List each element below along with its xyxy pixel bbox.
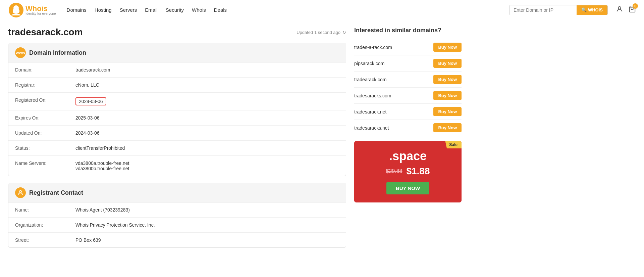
table-row: Updated On:2024-03-06 bbox=[8, 126, 346, 141]
table-row: Registrar:eNom, LLC bbox=[8, 78, 346, 93]
info-value: PO Box 639 bbox=[75, 237, 101, 243]
sale-old-price: $29.88 bbox=[386, 168, 402, 174]
domain-info-rows: Domain:tradesarack.comRegistrar:eNom, LL… bbox=[8, 62, 346, 176]
right-panel: Interested in similar domains? trades-a-… bbox=[354, 27, 462, 255]
refresh-icon[interactable]: ↻ bbox=[342, 30, 346, 35]
search-btn-label: WHOIS bbox=[588, 7, 603, 12]
similar-title: Interested in similar domains? bbox=[354, 27, 462, 34]
logo-sub: Identity for everyone bbox=[25, 12, 56, 15]
info-label: Updated On: bbox=[15, 130, 75, 136]
similar-domain-name: tradearack.com bbox=[354, 77, 386, 82]
cart-badge: 0 bbox=[633, 3, 638, 9]
table-row: Status:clientTransferProhibited bbox=[8, 141, 346, 156]
domain-info-header: www Domain Information bbox=[8, 43, 346, 62]
table-row: Street:PO Box 639 bbox=[8, 233, 346, 247]
buy-now-button[interactable]: Buy Now bbox=[433, 75, 462, 84]
user-icon[interactable] bbox=[616, 5, 623, 14]
table-row: Name Servers:vda3800a.trouble-free.net v… bbox=[8, 156, 346, 176]
list-item: trades-a-rack.comBuy Now bbox=[354, 39, 462, 55]
sale-banner: Sale .space $29.88 $1.88 BUY NOW bbox=[354, 141, 462, 202]
registrant-rows: Name:Whois Agent (703239283)Organization… bbox=[8, 202, 346, 247]
info-value: 2024-03-06 bbox=[75, 97, 106, 105]
info-label: Name Servers: bbox=[15, 160, 75, 166]
registrant-icon bbox=[15, 187, 26, 198]
buy-now-button[interactable]: Buy Now bbox=[433, 59, 462, 68]
search-area: 🔍 WHOIS 0 bbox=[509, 5, 636, 15]
info-label: Street: bbox=[15, 237, 75, 243]
info-label: Name: bbox=[15, 207, 75, 213]
info-label: Registered On: bbox=[15, 97, 75, 103]
sale-buy-button[interactable]: BUY NOW bbox=[386, 182, 429, 194]
list-item: tradesarack.netBuy Now bbox=[354, 104, 462, 120]
nav-email[interactable]: Email bbox=[145, 6, 158, 14]
info-value: tradesarack.com bbox=[75, 67, 110, 73]
info-label: Status: bbox=[15, 145, 75, 151]
info-value: Whois Agent (703239283) bbox=[75, 207, 130, 213]
similar-domain-name: tradesaracks.com bbox=[354, 93, 391, 98]
buy-now-button[interactable]: Buy Now bbox=[433, 123, 462, 132]
buy-now-button[interactable]: Buy Now bbox=[433, 107, 462, 116]
domain-title: tradesarack.com bbox=[8, 27, 83, 38]
table-row: Expires On:2025-03-06 bbox=[8, 110, 346, 126]
table-row: Organization:Whois Privacy Protection Se… bbox=[8, 218, 346, 233]
info-label: Organization: bbox=[15, 222, 75, 228]
domain-icon: www bbox=[15, 47, 26, 58]
info-value: vda3800a.trouble-free.net vda3800b.troub… bbox=[75, 160, 129, 171]
list-item: tradesaracks.netBuy Now bbox=[354, 120, 462, 136]
nav-hosting[interactable]: Hosting bbox=[95, 6, 112, 14]
domain-info-title: Domain Information bbox=[29, 49, 86, 56]
sale-price-row: $29.88 $1.88 bbox=[361, 166, 455, 177]
table-row: Registered On:2024-03-06 bbox=[8, 93, 346, 110]
main-content: tradesarack.com Updated 1 second ago ↻ w… bbox=[0, 20, 470, 261]
similar-domain-name: pipsarack.com bbox=[354, 61, 384, 66]
nav-whois[interactable]: Whois bbox=[192, 6, 206, 14]
similar-domain-name: trades-a-rack.com bbox=[354, 45, 392, 50]
header-icons: 0 bbox=[616, 5, 636, 14]
list-item: pipsarack.comBuy Now bbox=[354, 55, 462, 72]
svg-rect-2 bbox=[13, 9, 19, 13]
domain-title-row: tradesarack.com Updated 1 second ago ↻ bbox=[8, 27, 346, 38]
search-button[interactable]: 🔍 WHOIS bbox=[577, 5, 607, 15]
buy-now-button[interactable]: Buy Now bbox=[433, 91, 462, 100]
main-nav: Domains Hosting Servers Email Security W… bbox=[67, 6, 509, 14]
logo[interactable]: Whois Identity for everyone bbox=[8, 2, 56, 18]
updated-label: Updated 1 second ago ↻ bbox=[297, 30, 346, 35]
info-label: Domain: bbox=[15, 67, 75, 73]
registrant-card: Registrant Contact Name:Whois Agent (703… bbox=[8, 183, 346, 248]
similar-domains-list: trades-a-rack.comBuy Nowpipsarack.comBuy… bbox=[354, 39, 462, 136]
table-row: Name:Whois Agent (703239283) bbox=[8, 202, 346, 218]
updated-text: Updated 1 second ago bbox=[297, 30, 340, 35]
search-icon: 🔍 bbox=[581, 7, 587, 12]
search-box: 🔍 WHOIS bbox=[509, 5, 608, 15]
info-value: Whois Privacy Protection Service, Inc. bbox=[75, 222, 155, 228]
info-label: Registrar: bbox=[15, 82, 75, 88]
buy-now-button[interactable]: Buy Now bbox=[433, 43, 462, 52]
sale-badge: Sale bbox=[445, 141, 462, 148]
list-item: tradesaracks.comBuy Now bbox=[354, 88, 462, 104]
search-input[interactable] bbox=[509, 5, 577, 15]
nav-security[interactable]: Security bbox=[166, 6, 184, 14]
nav-servers[interactable]: Servers bbox=[120, 6, 137, 14]
sale-domain: .space bbox=[361, 149, 455, 163]
info-value: eNom, LLC bbox=[75, 82, 99, 88]
list-item: tradearack.comBuy Now bbox=[354, 72, 462, 88]
sale-new-price: $1.88 bbox=[406, 166, 430, 177]
nav-deals[interactable]: Deals bbox=[214, 6, 227, 14]
domain-info-card: www Domain Information Domain:tradesarac… bbox=[8, 43, 346, 176]
similar-domain-name: tradesaracks.net bbox=[354, 125, 389, 131]
svg-point-3 bbox=[618, 7, 621, 9]
info-value: 2024-03-06 bbox=[75, 130, 100, 136]
site-header: Whois Identity for everyone Domains Host… bbox=[0, 0, 644, 20]
info-value: 2025-03-06 bbox=[75, 115, 100, 121]
info-value: clientTransferProhibited bbox=[75, 145, 125, 151]
registrant-header: Registrant Contact bbox=[8, 183, 346, 202]
svg-point-5 bbox=[19, 190, 22, 193]
registrant-title: Registrant Contact bbox=[29, 189, 83, 196]
similar-domain-name: tradesarack.net bbox=[354, 109, 387, 114]
cart-icon[interactable]: 0 bbox=[629, 5, 636, 14]
left-panel: tradesarack.com Updated 1 second ago ↻ w… bbox=[8, 27, 346, 255]
info-label: Expires On: bbox=[15, 115, 75, 121]
nav-domains[interactable]: Domains bbox=[67, 6, 87, 14]
logo-icon bbox=[8, 2, 24, 18]
table-row: Domain:tradesarack.com bbox=[8, 62, 346, 78]
